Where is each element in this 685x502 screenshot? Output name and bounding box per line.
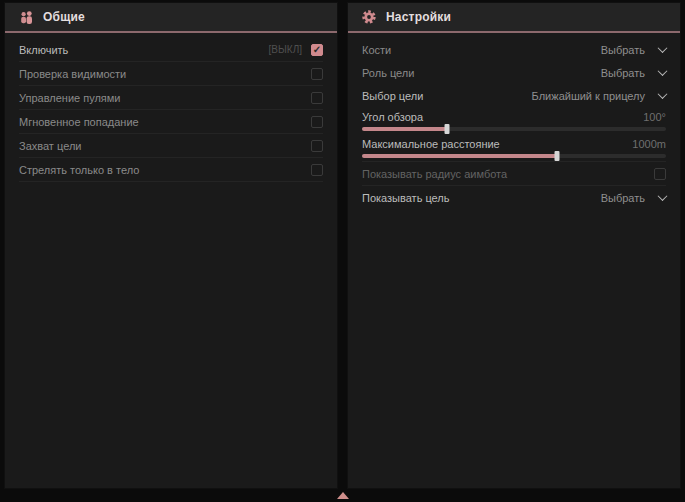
row-max-distance[interactable]: Максимальное расстояние1000m (362, 134, 666, 161)
checkbox-label: Стрелять только в тело (19, 164, 311, 176)
dropdown-label: Показывать цель (362, 192, 601, 204)
dropdown-value: Выбрать (601, 192, 645, 204)
row-target-lock[interactable]: Захват цели (19, 134, 323, 158)
chevron-down-icon (658, 43, 668, 53)
slider-fill (362, 154, 557, 158)
dropdown-show-target[interactable]: Выбрать (601, 192, 666, 204)
slider-label: Максимальное расстояние (362, 138, 632, 150)
slider-handle[interactable] (445, 124, 450, 134)
dropdown-label: Кости (362, 44, 601, 56)
panel-general-header: Общие (5, 3, 337, 33)
checkbox-bullet-control[interactable] (311, 92, 323, 104)
dropdown-target-role[interactable]: Выбрать (601, 67, 666, 79)
row-visibility-check[interactable]: Проверка видимости (19, 62, 323, 86)
checkbox-visibility-check[interactable] (311, 68, 323, 80)
checkbox-label: Показывать радиус аимбота (362, 168, 654, 180)
slider-track[interactable] (362, 127, 666, 131)
gear-icon (361, 9, 377, 25)
checkbox-instant-hit[interactable] (311, 116, 323, 128)
row-show-target[interactable]: Показывать цельВыбрать (362, 186, 666, 209)
row-show-aimbot-radius[interactable]: Показывать радиус аимбота (362, 161, 666, 186)
panel-settings: Настройки КостиВыбратьРоль целиВыбратьВы… (347, 2, 681, 489)
slider-value: 100° (643, 111, 666, 123)
check-icon: ✓ (313, 45, 321, 55)
chevron-down-icon (658, 66, 668, 76)
checkbox-target-lock[interactable] (311, 140, 323, 152)
checkbox-shoot-body-only[interactable] (311, 164, 323, 176)
chevron-down-icon (658, 89, 668, 99)
row-target-role[interactable]: Роль целиВыбрать (362, 61, 666, 84)
people-icon (18, 9, 34, 25)
slider-handle[interactable] (554, 151, 559, 161)
dropdown-target-select[interactable]: Ближайший к прицелу (532, 90, 666, 102)
checkbox-label: Проверка видимости (19, 68, 311, 80)
panel-general: Общие Включить[ВЫКЛ]✓Проверка видимостиУ… (4, 2, 338, 489)
dropdown-value: Ближайший к прицелу (532, 90, 645, 102)
checkbox-label: Управление пулями (19, 92, 311, 104)
row-instant-hit[interactable]: Мгновенное попадание (19, 110, 323, 134)
row-shoot-body-only[interactable]: Стрелять только в тело (19, 158, 323, 182)
dropdown-label: Выбор цели (362, 90, 532, 102)
panel-title: Настройки (386, 10, 451, 24)
checkbox-label: Включить (19, 44, 269, 56)
checkbox-label: Мгновенное попадание (19, 116, 311, 128)
slider-value: 1000m (632, 138, 666, 150)
panel-settings-rows: КостиВыбратьРоль целиВыбратьВыбор целиБл… (348, 33, 680, 209)
checkbox-show-aimbot-radius[interactable] (654, 168, 666, 180)
row-bones[interactable]: КостиВыбрать (362, 38, 666, 61)
dropdown-value: Выбрать (601, 44, 645, 56)
checkbox-enable[interactable]: ✓ (311, 44, 323, 56)
row-enable[interactable]: Включить[ВЫКЛ]✓ (19, 38, 323, 62)
triangle-up-icon[interactable] (337, 492, 349, 499)
checkbox-label: Захват цели (19, 140, 311, 152)
hotkey-label[interactable]: [ВЫКЛ] (269, 44, 302, 55)
dropdown-bones[interactable]: Выбрать (601, 44, 666, 56)
row-fov[interactable]: Угол обзора100° (362, 107, 666, 134)
panel-settings-header: Настройки (348, 3, 680, 33)
slider-fill (362, 127, 447, 131)
row-bullet-control[interactable]: Управление пулями (19, 86, 323, 110)
panel-title: Общие (43, 10, 85, 24)
slider-track[interactable] (362, 154, 666, 158)
slider-label: Угол обзора (362, 111, 643, 123)
panel-general-rows: Включить[ВЫКЛ]✓Проверка видимостиУправле… (5, 33, 337, 182)
dropdown-label: Роль цели (362, 67, 601, 79)
dropdown-value: Выбрать (601, 67, 645, 79)
row-target-select[interactable]: Выбор целиБлижайший к прицелу (362, 84, 666, 107)
chevron-down-icon (658, 191, 668, 201)
